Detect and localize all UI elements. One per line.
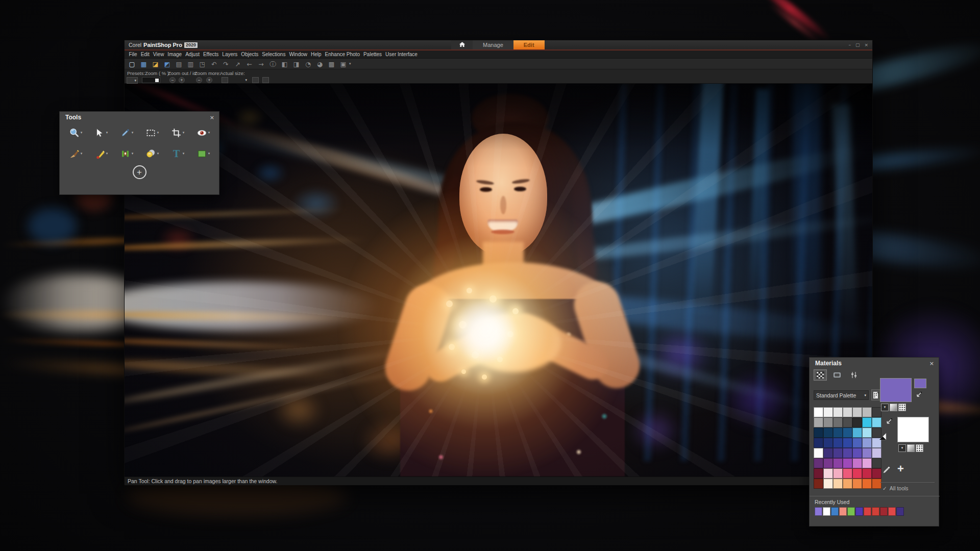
swatch-r3c6[interactable]: [862, 428, 872, 438]
back-icon[interactable]: ←: [245, 60, 254, 68]
swatch-r4c4[interactable]: [843, 438, 852, 448]
menu-file[interactable]: File: [127, 52, 139, 57]
recent-swatch-7[interactable]: [864, 507, 871, 516]
recent-swatch-4[interactable]: [839, 507, 847, 516]
add-color-icon[interactable]: +: [897, 462, 904, 475]
tool-dropdown-arrow-icon[interactable]: ▾: [106, 152, 108, 156]
selection-tool-button[interactable]: ▾: [140, 123, 164, 142]
tool-dropdown-arrow-icon[interactable]: ▾: [157, 152, 159, 156]
frame-tab[interactable]: [830, 369, 844, 381]
swatch-r1c2[interactable]: [823, 407, 833, 417]
history-b-icon[interactable]: ◕: [315, 60, 324, 68]
rectangle-tool-button[interactable]: ▾: [191, 144, 215, 163]
add-tool-button[interactable]: +: [133, 165, 146, 179]
recent-swatch-9[interactable]: [880, 507, 888, 516]
swatch-r1c6[interactable]: [862, 407, 872, 417]
recent-swatch-3[interactable]: [831, 507, 839, 516]
swatch-r5c7[interactable]: [872, 448, 881, 458]
swap-colors-icon-2[interactable]: [885, 418, 893, 425]
print-icon[interactable]: ▤: [175, 60, 183, 68]
tool-dropdown-arrow-icon[interactable]: ▾: [183, 131, 185, 135]
home-tab[interactable]: [451, 40, 473, 49]
swatch-r5c1[interactable]: [814, 448, 823, 458]
swatch-r2c5[interactable]: [852, 417, 862, 428]
tool-dropdown-arrow-icon[interactable]: ▾: [106, 131, 108, 135]
actual-size-button[interactable]: [222, 77, 228, 83]
swatch-r8c7[interactable]: [872, 479, 881, 489]
swatch-r2c6[interactable]: [862, 417, 872, 428]
recent-swatch-6[interactable]: [855, 507, 863, 516]
menu-help[interactable]: Help: [309, 52, 323, 57]
tab-manage[interactable]: Manage: [473, 40, 513, 49]
recent-swatch-10[interactable]: [888, 507, 896, 516]
swatch-r7c5[interactable]: [852, 468, 862, 479]
fg-gradient-button[interactable]: [890, 404, 897, 411]
zoom-more-in-button[interactable]: +: [206, 77, 212, 83]
swatch-r3c4[interactable]: [843, 428, 852, 438]
menu-view[interactable]: View: [151, 52, 166, 57]
swatch-r7c7[interactable]: [872, 468, 881, 479]
bg-pattern-button[interactable]: [916, 444, 923, 452]
tool-dropdown-arrow-icon[interactable]: ▾: [132, 131, 134, 135]
history-a-icon[interactable]: ◔: [304, 60, 312, 68]
zoom-more-out-button[interactable]: −: [196, 77, 202, 83]
eyedropper-icon[interactable]: [882, 466, 891, 474]
swatch-r6c4[interactable]: [843, 458, 852, 468]
eraser-tool-button[interactable]: ▾: [89, 144, 113, 163]
swatch-r4c5[interactable]: [852, 438, 862, 448]
swatch-r7c3[interactable]: [833, 468, 843, 479]
fg-pattern-button[interactable]: [898, 404, 906, 411]
menu-effects[interactable]: Effects: [201, 52, 220, 57]
swatch-r7c2[interactable]: [823, 468, 833, 479]
recent-swatch-11[interactable]: [896, 507, 904, 516]
all-tools-checkbox[interactable]: ✓ All tools: [883, 485, 909, 491]
menu-enhance-photo[interactable]: Enhance Photo: [323, 52, 361, 57]
swatch-r1c3[interactable]: [833, 407, 843, 417]
swatch-r1c7[interactable]: [872, 407, 881, 417]
swatch-r8c6[interactable]: [862, 479, 872, 489]
swatch-r2c3[interactable]: [833, 417, 843, 428]
undo-icon[interactable]: ↶: [210, 60, 218, 68]
canvas[interactable]: [125, 84, 872, 477]
zoom-value-spinner[interactable]: [142, 77, 160, 83]
swatch-r3c1[interactable]: [814, 428, 823, 438]
tool-dropdown-arrow-icon[interactable]: ▾: [208, 152, 210, 156]
swatch-r4c2[interactable]: [823, 438, 833, 448]
swatch-r4c3[interactable]: [833, 438, 843, 448]
swatch-r7c1[interactable]: [814, 468, 823, 479]
bg-color-button[interactable]: ▾: [898, 444, 906, 452]
fit-window-button[interactable]: [262, 77, 269, 83]
swatch-r2c4[interactable]: [843, 417, 852, 428]
menu-layers[interactable]: Layers: [220, 52, 239, 57]
sliders-tab[interactable]: [847, 369, 861, 381]
swatch-r5c3[interactable]: [833, 448, 843, 458]
swatch-r8c2[interactable]: [823, 479, 833, 489]
swatch-r5c6[interactable]: [862, 448, 872, 458]
grid-view-icon[interactable]: ▩: [327, 60, 336, 68]
browse-icon[interactable]: ▦: [139, 60, 148, 68]
swatch-r4c1[interactable]: [814, 438, 823, 448]
pick-tool-button[interactable]: ▾: [89, 123, 113, 142]
restore-button[interactable]: ▢: [855, 42, 860, 47]
close-button[interactable]: ×: [864, 42, 868, 47]
swatch-r8c5[interactable]: [852, 479, 862, 489]
swap-colors-icon[interactable]: [915, 391, 922, 398]
paint-brush-tool-button[interactable]: ▾: [64, 144, 88, 163]
tool-dropdown-arrow-icon[interactable]: ▾: [208, 131, 210, 135]
menu-user-interface[interactable]: User Interface: [384, 52, 420, 57]
swatch-r5c5[interactable]: [852, 448, 862, 458]
tool-dropdown-arrow-icon[interactable]: ▾: [81, 152, 83, 156]
swatch-r7c6[interactable]: [862, 468, 872, 479]
text-tool-button[interactable]: T▾: [166, 144, 190, 163]
tool-dropdown-arrow-icon[interactable]: ▾: [81, 131, 83, 135]
menu-image[interactable]: Image: [166, 52, 184, 57]
red-eye-tool-button[interactable]: ▾: [191, 123, 215, 142]
pan-mode-button[interactable]: [252, 77, 259, 83]
swatch-r7c4[interactable]: [843, 468, 852, 479]
menu-window[interactable]: Window: [287, 52, 309, 57]
swatch-r6c6[interactable]: [862, 458, 872, 468]
pane-right-icon[interactable]: ◨: [292, 60, 301, 68]
forward-icon[interactable]: →: [257, 60, 265, 68]
preset-dropdown[interactable]: ▾: [127, 77, 138, 84]
tab-edit[interactable]: Edit: [513, 40, 545, 49]
